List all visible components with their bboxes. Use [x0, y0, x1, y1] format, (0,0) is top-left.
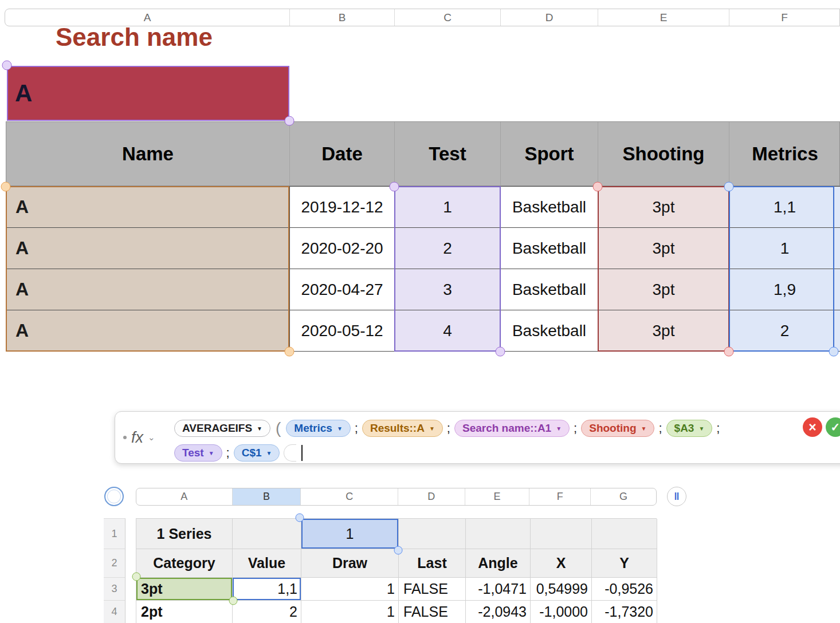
- argument-token-results-a[interactable]: Results::A ▼: [362, 420, 443, 437]
- selection-handle[interactable]: [285, 116, 295, 126]
- header-cell-sport[interactable]: Sport: [501, 122, 598, 186]
- table-cell[interactable]: -0,9526: [592, 578, 657, 601]
- table-title[interactable]: Search name: [56, 23, 213, 52]
- table-cell[interactable]: Basketball: [501, 187, 598, 228]
- table-cell[interactable]: 2019-12-12: [290, 187, 395, 228]
- header-cell-metrics[interactable]: Metrics: [729, 122, 840, 186]
- table-cell[interactable]: 3pt: [598, 310, 729, 352]
- header-cell-draw[interactable]: Draw: [301, 549, 399, 578]
- selection-handle[interactable]: [829, 347, 839, 357]
- selection-handle[interactable]: [724, 347, 734, 357]
- column-header-f[interactable]: F: [729, 9, 839, 26]
- selected-cell-c1[interactable]: 1: [301, 519, 399, 549]
- header-cell-value[interactable]: Value: [233, 549, 301, 578]
- table-cell[interactable]: [233, 519, 301, 549]
- search-name-cell[interactable]: A: [7, 66, 289, 121]
- header-cell-shooting[interactable]: Shooting: [598, 122, 729, 186]
- table-cell[interactable]: -1,0471: [466, 578, 531, 601]
- selection-handle[interactable]: [593, 182, 603, 192]
- row-header-2[interactable]: 2: [104, 549, 125, 578]
- referenced-cell-b3[interactable]: 1,1: [233, 578, 301, 601]
- selection-handle[interactable]: [285, 347, 295, 357]
- table-cell[interactable]: [399, 519, 466, 549]
- table-cell[interactable]: -1,0000: [531, 601, 592, 623]
- table-cell[interactable]: -2,0943: [466, 601, 531, 623]
- table-cell[interactable]: 2020-04-27: [290, 269, 395, 310]
- header-cell-category[interactable]: Category: [136, 549, 233, 578]
- header-cell-name[interactable]: Name: [6, 122, 290, 186]
- selected-cell-a3[interactable]: 3pt: [136, 578, 233, 601]
- series-title-cell[interactable]: 1 Series: [136, 519, 233, 549]
- column-header-b-active[interactable]: B: [233, 488, 301, 505]
- selection-handle[interactable]: [1, 182, 11, 192]
- column-header-d[interactable]: D: [501, 9, 598, 26]
- accept-button[interactable]: ✓: [826, 417, 840, 437]
- table-cell[interactable]: Basketball: [501, 310, 598, 352]
- table-cell[interactable]: 1: [729, 228, 840, 269]
- table-cell[interactable]: 2020-05-12: [290, 310, 395, 352]
- table-cell[interactable]: 1,9: [729, 269, 840, 310]
- table-cell[interactable]: 3pt: [598, 269, 729, 310]
- table-handle-button[interactable]: ‖: [667, 487, 686, 506]
- column-header-c[interactable]: C: [395, 9, 501, 26]
- table-cell[interactable]: 1,1: [729, 187, 840, 228]
- row-header-4[interactable]: 4: [104, 601, 125, 623]
- table-cell[interactable]: 3pt: [598, 228, 729, 269]
- selection-handle[interactable]: [496, 347, 505, 357]
- argument-token-test[interactable]: Test ▼: [174, 444, 222, 462]
- table-cell[interactable]: Basketball: [501, 228, 598, 269]
- column-header-b[interactable]: B: [290, 9, 395, 26]
- table-cell[interactable]: A: [6, 310, 290, 352]
- table-cell[interactable]: [592, 519, 657, 549]
- table-cell[interactable]: FALSE: [399, 578, 466, 601]
- selection-handle[interactable]: [724, 182, 734, 192]
- column-header-a[interactable]: A: [136, 488, 233, 505]
- table-cell[interactable]: 3: [395, 269, 501, 310]
- header-cell-test[interactable]: Test: [395, 122, 501, 186]
- table-cell[interactable]: A: [6, 187, 290, 228]
- argument-token-shooting[interactable]: Shooting ▼: [581, 420, 654, 437]
- table-cell[interactable]: 2pt: [136, 601, 233, 623]
- column-header-e[interactable]: E: [465, 488, 530, 505]
- table-cell[interactable]: 4: [395, 310, 501, 352]
- header-cell-last[interactable]: Last: [399, 549, 466, 578]
- table-cell[interactable]: 1: [301, 578, 399, 601]
- selection-handle[interactable]: [390, 182, 399, 192]
- table-select-circle-button[interactable]: [104, 487, 124, 506]
- table-cell[interactable]: -1,7320: [592, 601, 657, 623]
- table-cell[interactable]: FALSE: [399, 601, 466, 623]
- table-cell[interactable]: 2: [395, 228, 501, 269]
- table-cell[interactable]: 2: [729, 310, 840, 352]
- header-cell-x[interactable]: X: [531, 549, 592, 578]
- cancel-button[interactable]: ×: [803, 417, 822, 437]
- argument-token-c1[interactable]: C$1 ▼: [234, 444, 280, 462]
- table-cell[interactable]: 0,54999: [531, 578, 592, 601]
- table-cell[interactable]: 1: [301, 601, 399, 623]
- table-cell[interactable]: 3pt: [598, 187, 729, 228]
- row-header-1[interactable]: 1: [104, 519, 125, 549]
- table-cell[interactable]: 2: [233, 601, 301, 623]
- function-token[interactable]: AVERAGEIFS ▼: [174, 420, 270, 437]
- selection-handle[interactable]: [229, 597, 238, 605]
- argument-token-metrics[interactable]: Metrics ▼: [286, 420, 350, 437]
- table-cell[interactable]: [531, 519, 592, 549]
- table-cell[interactable]: 1: [395, 187, 501, 228]
- table-cell[interactable]: [466, 519, 531, 549]
- table-cell[interactable]: A: [6, 269, 290, 310]
- column-header-c[interactable]: C: [301, 488, 398, 505]
- selection-handle[interactable]: [296, 514, 304, 522]
- column-header-d[interactable]: D: [398, 488, 465, 505]
- header-cell-angle[interactable]: Angle: [466, 549, 531, 578]
- argument-token-a3[interactable]: $A3 ▼: [666, 420, 713, 437]
- table-cell[interactable]: A: [6, 228, 290, 269]
- column-header-e[interactable]: E: [598, 9, 729, 26]
- column-header-g[interactable]: G: [591, 488, 656, 505]
- table-cell[interactable]: 2020-02-20: [290, 228, 395, 269]
- column-header-f[interactable]: F: [529, 488, 591, 505]
- header-cell-y[interactable]: Y: [592, 549, 657, 578]
- argument-token-search-name-a1[interactable]: Search name::A1 ▼: [454, 420, 570, 437]
- row-header-3[interactable]: 3: [104, 578, 125, 601]
- selection-handle[interactable]: [394, 546, 403, 555]
- selection-handle[interactable]: [132, 573, 141, 581]
- header-cell-date[interactable]: Date: [290, 122, 395, 186]
